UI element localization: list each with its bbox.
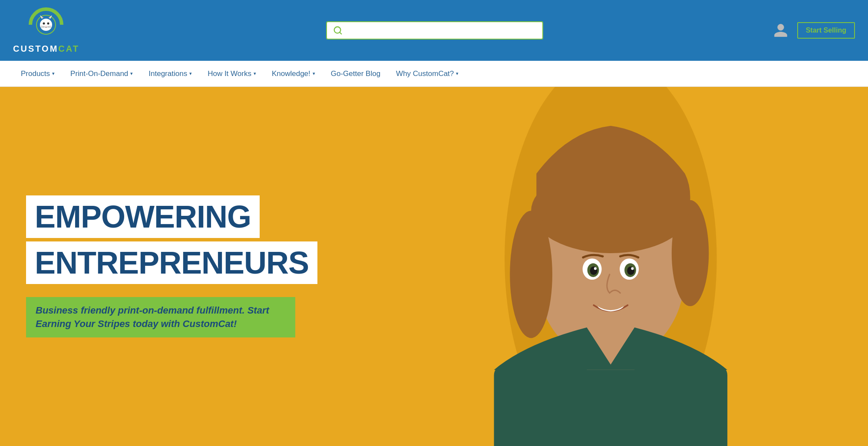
nav-item-how-it-works[interactable]: How It Works ▾ <box>200 61 264 86</box>
svg-point-7 <box>43 22 45 24</box>
user-account[interactable] <box>773 23 789 38</box>
logo-icon <box>29 7 63 42</box>
search-container <box>97 21 773 40</box>
hero-section: EMPOWERING ENTREPRENEURS Business friend… <box>0 87 868 446</box>
svg-point-8 <box>47 22 50 24</box>
user-icon <box>773 23 789 38</box>
svg-rect-19 <box>494 364 727 446</box>
chevron-down-icon: ▾ <box>130 71 133 76</box>
hero-subtitle: Business friendly print-on-demand fulfil… <box>26 297 295 338</box>
nav-label-print-on-demand: Print-On-Demand <box>70 69 128 78</box>
hero-title-line2: ENTREPRENEURS <box>26 241 317 284</box>
hero-title-line1: EMPOWERING <box>26 195 260 238</box>
nav-item-go-getter-blog[interactable]: Go-Getter Blog <box>323 61 388 86</box>
nav-item-print-on-demand[interactable]: Print-On-Demand ▾ <box>63 61 141 86</box>
svg-point-32 <box>631 267 634 270</box>
chevron-down-icon: ▾ <box>52 71 55 76</box>
main-nav: Products ▾ Print-On-Demand ▾ Integration… <box>0 61 868 87</box>
nav-label-products: Products <box>21 69 50 78</box>
nav-item-knowledge[interactable]: Knowledge! ▾ <box>264 61 323 86</box>
nav-label-why-customcat: Why CustomCat? <box>396 69 454 78</box>
nav-label-integrations: Integrations <box>149 69 187 78</box>
nav-item-products[interactable]: Products ▾ <box>13 61 63 86</box>
start-selling-button[interactable]: Start Selling <box>797 22 855 39</box>
logo-text-custom: CUSTOM <box>13 44 58 53</box>
search-input[interactable] <box>346 26 536 34</box>
svg-point-31 <box>594 267 596 270</box>
svg-point-2 <box>40 19 52 31</box>
chevron-down-icon: ▾ <box>189 71 192 76</box>
svg-point-23 <box>510 211 552 338</box>
logo[interactable]: CUSTOMCAT <box>13 7 79 54</box>
site-header: CUSTOMCAT Start Selling <box>0 0 868 61</box>
nav-label-knowledge: Knowledge! <box>272 69 310 78</box>
chevron-down-icon: ▾ <box>313 71 315 76</box>
hero-person-svg <box>356 87 833 446</box>
search-box <box>326 21 543 40</box>
logo-text-cat: CAT <box>58 44 79 53</box>
nav-label-how-it-works: How It Works <box>208 69 251 78</box>
nav-item-why-customcat[interactable]: Why CustomCat? ▾ <box>388 61 466 86</box>
chevron-down-icon: ▾ <box>456 71 459 76</box>
hero-person-figure <box>356 87 833 446</box>
hero-content: EMPOWERING ENTREPRENEURS Business friend… <box>0 178 330 355</box>
chevron-down-icon: ▾ <box>254 71 256 76</box>
search-icon <box>333 26 343 35</box>
nav-item-integrations[interactable]: Integrations ▾ <box>141 61 200 86</box>
header-right: Start Selling <box>773 22 855 39</box>
svg-point-24 <box>671 200 709 306</box>
nav-label-go-getter-blog: Go-Getter Blog <box>331 69 380 78</box>
svg-line-15 <box>340 32 342 34</box>
